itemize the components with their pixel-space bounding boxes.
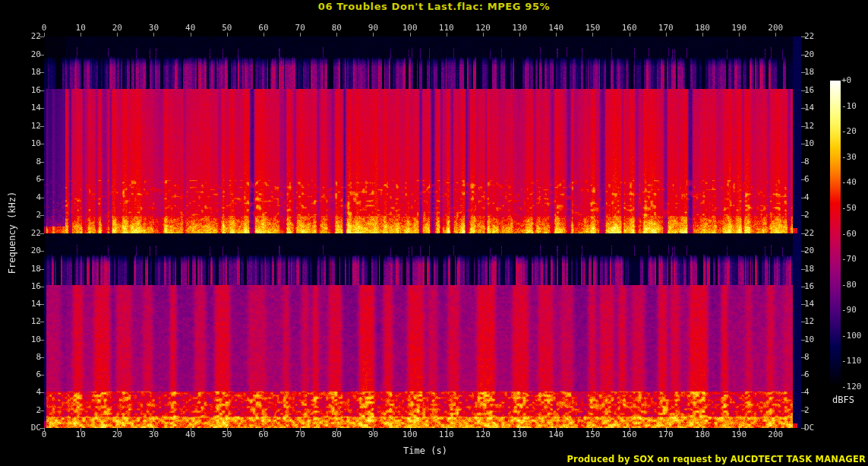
time-tick-bottom: 140 xyxy=(542,430,570,439)
freq-tick-ch1-left: 6 xyxy=(12,175,41,184)
freq-tick-ch2-left: 16 xyxy=(12,282,41,291)
colorbar-label: dBFS xyxy=(832,395,867,405)
time-tick-bottom: 40 xyxy=(177,430,204,439)
freq-tick-ch2-right: 2 xyxy=(804,406,833,415)
freq-tick-ch1-right: 18 xyxy=(804,68,833,77)
freq-tick-ch2-left: 14 xyxy=(12,300,41,309)
time-tick-bottom: 110 xyxy=(433,430,460,439)
freq-tick-ch2-left: 10 xyxy=(12,335,41,344)
time-tick-bottom: 80 xyxy=(323,430,350,439)
freq-tick-ch1-right: 6 xyxy=(804,175,833,184)
time-tick-top: 100 xyxy=(396,24,424,33)
time-tick-bottom: 60 xyxy=(250,430,277,439)
colorbar-tick: +0 xyxy=(841,76,868,85)
time-tick-top: 130 xyxy=(506,24,533,33)
time-tick-top: 40 xyxy=(177,24,204,33)
colorbar-tick: -80 xyxy=(841,281,868,290)
colorbar-tick: -10 xyxy=(841,102,868,111)
time-tick-bottom: 170 xyxy=(652,430,680,439)
time-tick-top: 80 xyxy=(323,24,350,33)
time-tick-top: 110 xyxy=(433,24,460,33)
freq-tick-ch2-left: 6 xyxy=(12,370,41,379)
time-tick-bottom: 100 xyxy=(396,430,424,439)
freq-tick-ch2-right: 18 xyxy=(804,265,833,274)
freq-tick-ch1-left: 10 xyxy=(12,139,41,148)
freq-tick-ch2-left: 2 xyxy=(12,406,41,415)
time-tick-top: 20 xyxy=(103,24,131,33)
time-tick-bottom: 90 xyxy=(359,430,387,439)
time-tick-bottom: 180 xyxy=(689,430,716,439)
time-tick-top: 170 xyxy=(652,24,680,33)
time-tick-top: 150 xyxy=(579,24,606,33)
freq-tick-ch1-right: 2 xyxy=(804,211,833,220)
colorbar-tick: -60 xyxy=(841,230,868,239)
time-tick-top: 70 xyxy=(286,24,314,33)
freq-tick-ch2-left: 4 xyxy=(12,388,41,397)
time-tick-top: 50 xyxy=(213,24,241,33)
freq-tick-ch2-right: 16 xyxy=(804,282,833,291)
time-tick-top: 200 xyxy=(762,24,789,33)
colorbar-tick: -90 xyxy=(841,306,868,315)
freq-tick-ch1-left: 12 xyxy=(12,122,41,131)
time-tick-bottom: 120 xyxy=(469,430,497,439)
freq-tick-ch1-right: 12 xyxy=(804,122,833,131)
freq-tick-ch1-left: 20 xyxy=(12,50,41,59)
time-tick-bottom: 130 xyxy=(506,430,533,439)
freq-tick-ch1-right: 16 xyxy=(804,86,833,95)
time-tick-top: 140 xyxy=(542,24,570,33)
freq-tick-ch2-right: 20 xyxy=(804,246,833,255)
colorbar-tick: -100 xyxy=(841,331,868,341)
freq-axis-label: Frequency (kHz) xyxy=(7,190,17,275)
colorbar-tick: -40 xyxy=(841,178,868,187)
time-tick-bottom: 150 xyxy=(579,430,606,439)
freq-tick-ch1-right: 20 xyxy=(804,50,833,59)
time-tick-bottom: 30 xyxy=(140,430,167,439)
freq-tick-ch2-left: 8 xyxy=(12,353,41,362)
time-tick-bottom: 10 xyxy=(67,430,94,439)
time-tick-bottom: 190 xyxy=(725,430,753,439)
time-tick-top: 10 xyxy=(67,24,94,33)
freq-tick-ch2-right: 22 xyxy=(804,229,833,238)
colorbar-tick: -110 xyxy=(841,357,868,366)
time-tick-bottom: 70 xyxy=(286,430,314,439)
time-tick-bottom: 200 xyxy=(762,430,789,439)
freq-tick-ch2-right: 10 xyxy=(804,335,833,344)
time-tick-top: 30 xyxy=(140,24,167,33)
freq-tick-ch1-right: 14 xyxy=(804,103,833,113)
time-tick-top: 180 xyxy=(689,24,716,33)
freq-tick-ch1-left: 22 xyxy=(12,32,41,41)
time-tick-top: 190 xyxy=(725,24,753,33)
colorbar-tick: -120 xyxy=(841,382,868,392)
spectrogram-channel-2 xyxy=(44,233,801,428)
freq-tick-ch2-left: 12 xyxy=(12,317,41,326)
freq-tick-ch1-left: 16 xyxy=(12,86,41,95)
footer-credit: Produced by SOX on request by AUCDTECT T… xyxy=(567,454,866,464)
time-tick-top: 60 xyxy=(250,24,277,33)
freq-tick-ch1-right: 8 xyxy=(804,157,833,166)
freq-tick-ch1-right: 10 xyxy=(804,139,833,148)
freq-tick-ch1-left: 8 xyxy=(12,157,41,166)
colorbar-tick: -30 xyxy=(841,153,868,162)
colorbar-tick: -50 xyxy=(841,204,868,213)
time-tick-top: 160 xyxy=(616,24,643,33)
time-tick-bottom: 50 xyxy=(213,430,241,439)
freq-tick-ch1-left: 18 xyxy=(12,68,41,77)
time-tick-bottom: 160 xyxy=(616,430,643,439)
freq-tick-ch1-left: 14 xyxy=(12,103,41,113)
time-tick-top: 90 xyxy=(359,24,387,33)
freq-tick-ch2-right: 12 xyxy=(804,317,833,326)
freq-tick-ch2-right: 8 xyxy=(804,353,833,362)
time-tick-bottom: 20 xyxy=(103,430,131,439)
freq-tick-ch1-right: 22 xyxy=(804,32,833,41)
freq-tick-ch2-right: 6 xyxy=(804,370,833,379)
colorbar-tick: -70 xyxy=(841,255,868,264)
spectrogram-channel-1 xyxy=(44,36,801,233)
sox-spectrogram-figure: 06 Troubles Don't Last.flac: MPEG 95% 00… xyxy=(0,0,868,466)
freq-tick-ch2-right: 14 xyxy=(804,300,833,309)
freq-tick-ch2-left: DC xyxy=(12,423,41,433)
time-tick-top: 120 xyxy=(469,24,497,33)
freq-tick-ch1-right: 4 xyxy=(804,193,833,202)
colorbar-tick: -20 xyxy=(841,127,868,136)
freq-tick-ch2-right: 4 xyxy=(804,388,833,397)
time-axis-label: Time (s) xyxy=(395,445,456,456)
